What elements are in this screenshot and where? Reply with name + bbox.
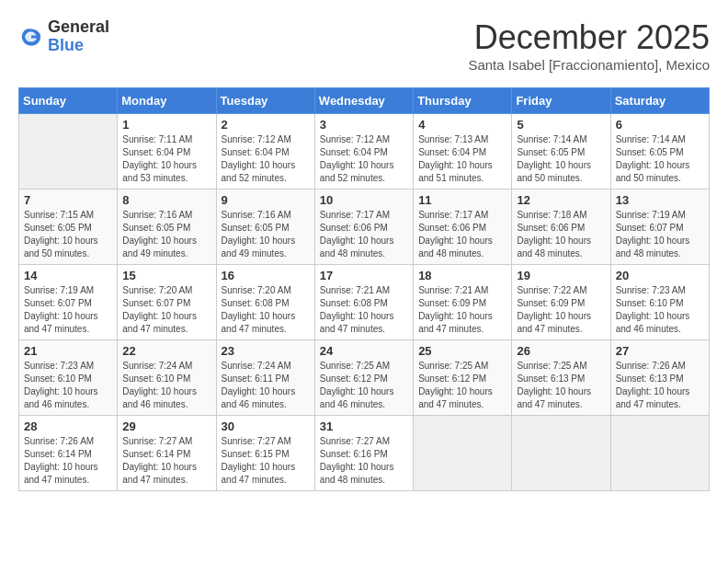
- month-title: December 2025: [468, 18, 710, 57]
- calendar-cell: 10Sunrise: 7:17 AM Sunset: 6:06 PM Dayli…: [314, 190, 413, 265]
- calendar-cell: 27Sunrise: 7:26 AM Sunset: 6:13 PM Dayli…: [610, 340, 709, 416]
- calendar-cell: 23Sunrise: 7:24 AM Sunset: 6:11 PM Dayli…: [216, 340, 314, 416]
- day-info: Sunrise: 7:12 AM Sunset: 6:04 PM Dayligh…: [222, 133, 310, 185]
- weekday-header-monday: Monday: [118, 88, 216, 114]
- day-number: 5: [517, 118, 605, 132]
- day-number: 22: [122, 344, 210, 358]
- calendar-cell: 9Sunrise: 7:16 AM Sunset: 6:05 PM Daylig…: [216, 190, 314, 265]
- logo-blue: Blue: [48, 37, 109, 55]
- day-number: 10: [320, 193, 408, 207]
- day-info: Sunrise: 7:11 AM Sunset: 6:04 PM Dayligh…: [122, 133, 210, 185]
- calendar-cell: 29Sunrise: 7:27 AM Sunset: 6:14 PM Dayli…: [118, 416, 216, 491]
- day-info: Sunrise: 7:27 AM Sunset: 6:14 PM Dayligh…: [122, 435, 210, 487]
- calendar-cell: 31Sunrise: 7:27 AM Sunset: 6:16 PM Dayli…: [314, 416, 413, 491]
- calendar-cell: 5Sunrise: 7:14 AM Sunset: 6:05 PM Daylig…: [512, 114, 610, 190]
- calendar-cell: 6Sunrise: 7:14 AM Sunset: 6:05 PM Daylig…: [610, 114, 709, 190]
- weekday-header-wednesday: Wednesday: [314, 88, 413, 114]
- logo: General Blue: [18, 18, 109, 55]
- calendar-cell: 12Sunrise: 7:18 AM Sunset: 6:06 PM Dayli…: [512, 190, 610, 265]
- day-number: 27: [616, 344, 704, 358]
- day-info: Sunrise: 7:16 AM Sunset: 6:05 PM Dayligh…: [122, 209, 210, 260]
- calendar-cell: 13Sunrise: 7:19 AM Sunset: 6:07 PM Dayli…: [610, 190, 709, 265]
- calendar-cell: 21Sunrise: 7:23 AM Sunset: 6:10 PM Dayli…: [19, 340, 118, 416]
- day-info: Sunrise: 7:13 AM Sunset: 6:04 PM Dayligh…: [418, 133, 506, 185]
- day-number: 14: [24, 269, 112, 282]
- calendar-table: SundayMondayTuesdayWednesdayThursdayFrid…: [18, 87, 710, 491]
- calendar-cell: 16Sunrise: 7:20 AM Sunset: 6:08 PM Dayli…: [216, 265, 314, 340]
- weekday-header-friday: Friday: [512, 88, 610, 114]
- day-number: 2: [222, 118, 310, 132]
- day-info: Sunrise: 7:17 AM Sunset: 6:06 PM Dayligh…: [320, 209, 408, 260]
- calendar-week-5: 28Sunrise: 7:26 AM Sunset: 6:14 PM Dayli…: [19, 416, 710, 491]
- title-block: December 2025 Santa Isabel [Fraccionamie…: [468, 18, 710, 73]
- calendar-cell: 30Sunrise: 7:27 AM Sunset: 6:15 PM Dayli…: [216, 416, 314, 491]
- day-number: 16: [222, 269, 310, 282]
- day-info: Sunrise: 7:24 AM Sunset: 6:10 PM Dayligh…: [122, 360, 210, 411]
- calendar-cell: 7Sunrise: 7:15 AM Sunset: 6:05 PM Daylig…: [19, 190, 118, 265]
- day-info: Sunrise: 7:25 AM Sunset: 6:13 PM Dayligh…: [517, 360, 605, 411]
- day-number: 23: [222, 344, 310, 358]
- day-info: Sunrise: 7:19 AM Sunset: 6:07 PM Dayligh…: [24, 284, 112, 336]
- weekday-header-tuesday: Tuesday: [216, 88, 314, 114]
- calendar-cell: 28Sunrise: 7:26 AM Sunset: 6:14 PM Dayli…: [19, 416, 118, 491]
- calendar-cell: 4Sunrise: 7:13 AM Sunset: 6:04 PM Daylig…: [414, 114, 512, 190]
- calendar-cell: 20Sunrise: 7:23 AM Sunset: 6:10 PM Dayli…: [610, 265, 709, 340]
- day-number: 6: [616, 118, 704, 132]
- logo-icon: [18, 24, 44, 50]
- calendar-cell: [414, 416, 512, 491]
- calendar-cell: 14Sunrise: 7:19 AM Sunset: 6:07 PM Dayli…: [19, 265, 118, 340]
- logo-text: General Blue: [48, 18, 109, 55]
- day-info: Sunrise: 7:26 AM Sunset: 6:14 PM Dayligh…: [24, 435, 112, 487]
- calendar-week-3: 14Sunrise: 7:19 AM Sunset: 6:07 PM Dayli…: [19, 265, 710, 340]
- day-number: 17: [320, 269, 408, 282]
- calendar-cell: 11Sunrise: 7:17 AM Sunset: 6:06 PM Dayli…: [414, 190, 512, 265]
- calendar-cell: 17Sunrise: 7:21 AM Sunset: 6:08 PM Dayli…: [314, 265, 413, 340]
- day-number: 11: [418, 193, 506, 207]
- day-info: Sunrise: 7:26 AM Sunset: 6:13 PM Dayligh…: [616, 360, 704, 411]
- day-info: Sunrise: 7:23 AM Sunset: 6:10 PM Dayligh…: [24, 360, 112, 411]
- day-number: 28: [24, 419, 112, 433]
- day-number: 1: [122, 118, 210, 132]
- day-number: 20: [616, 269, 704, 282]
- day-info: Sunrise: 7:18 AM Sunset: 6:06 PM Dayligh…: [517, 209, 605, 260]
- day-info: Sunrise: 7:20 AM Sunset: 6:07 PM Dayligh…: [122, 284, 210, 336]
- calendar-cell: 25Sunrise: 7:25 AM Sunset: 6:12 PM Dayli…: [414, 340, 512, 416]
- calendar-week-2: 7Sunrise: 7:15 AM Sunset: 6:05 PM Daylig…: [19, 190, 710, 265]
- day-number: 15: [122, 269, 210, 282]
- day-info: Sunrise: 7:14 AM Sunset: 6:05 PM Dayligh…: [517, 133, 605, 185]
- calendar-cell: 15Sunrise: 7:20 AM Sunset: 6:07 PM Dayli…: [118, 265, 216, 340]
- day-info: Sunrise: 7:12 AM Sunset: 6:04 PM Dayligh…: [320, 133, 408, 185]
- day-info: Sunrise: 7:14 AM Sunset: 6:05 PM Dayligh…: [616, 133, 704, 185]
- day-info: Sunrise: 7:17 AM Sunset: 6:06 PM Dayligh…: [418, 209, 506, 260]
- day-number: 29: [122, 419, 210, 433]
- calendar-cell: [610, 416, 709, 491]
- day-info: Sunrise: 7:22 AM Sunset: 6:09 PM Dayligh…: [517, 284, 605, 336]
- weekday-header-sunday: Sunday: [19, 88, 118, 114]
- day-number: 4: [418, 118, 506, 132]
- day-number: 30: [222, 419, 310, 433]
- calendar-cell: [512, 416, 610, 491]
- calendar-cell: 2Sunrise: 7:12 AM Sunset: 6:04 PM Daylig…: [216, 114, 314, 190]
- calendar-week-4: 21Sunrise: 7:23 AM Sunset: 6:10 PM Dayli…: [19, 340, 710, 416]
- day-number: 31: [320, 419, 408, 433]
- day-info: Sunrise: 7:21 AM Sunset: 6:09 PM Dayligh…: [418, 284, 506, 336]
- calendar-cell: [19, 114, 118, 190]
- day-number: 19: [517, 269, 605, 282]
- calendar-week-1: 1Sunrise: 7:11 AM Sunset: 6:04 PM Daylig…: [19, 114, 710, 190]
- calendar-cell: 8Sunrise: 7:16 AM Sunset: 6:05 PM Daylig…: [118, 190, 216, 265]
- logo-general: General: [48, 18, 109, 37]
- day-number: 9: [222, 193, 310, 207]
- day-number: 21: [24, 344, 112, 358]
- weekday-header-saturday: Saturday: [610, 88, 709, 114]
- day-info: Sunrise: 7:21 AM Sunset: 6:08 PM Dayligh…: [320, 284, 408, 336]
- day-info: Sunrise: 7:25 AM Sunset: 6:12 PM Dayligh…: [418, 360, 506, 411]
- calendar-cell: 19Sunrise: 7:22 AM Sunset: 6:09 PM Dayli…: [512, 265, 610, 340]
- day-info: Sunrise: 7:27 AM Sunset: 6:15 PM Dayligh…: [222, 435, 310, 487]
- day-number: 24: [320, 344, 408, 358]
- day-number: 18: [418, 269, 506, 282]
- page-header: General Blue December 2025 Santa Isabel …: [18, 18, 710, 73]
- calendar-cell: 1Sunrise: 7:11 AM Sunset: 6:04 PM Daylig…: [118, 114, 216, 190]
- day-info: Sunrise: 7:16 AM Sunset: 6:05 PM Dayligh…: [222, 209, 310, 260]
- calendar-cell: 18Sunrise: 7:21 AM Sunset: 6:09 PM Dayli…: [414, 265, 512, 340]
- location-subtitle: Santa Isabel [Fraccionamiento], Mexico: [468, 57, 710, 73]
